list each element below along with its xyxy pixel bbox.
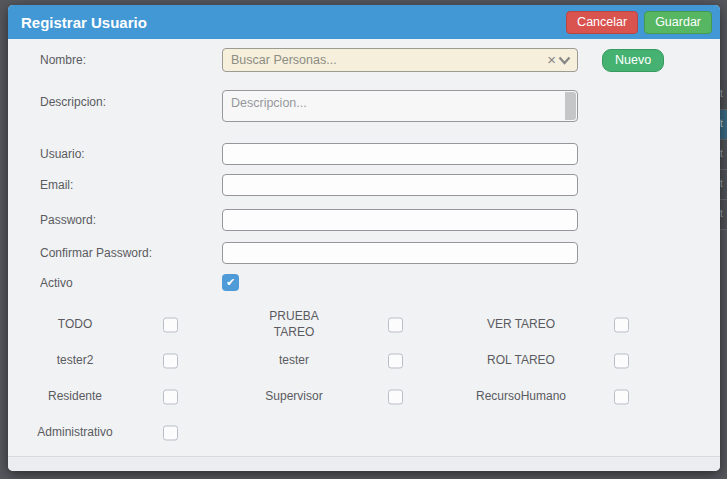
permission-row: TODOPRUEBA TAREOVER TAREO — [8, 307, 720, 343]
permissions-grid: TODOPRUEBA TAREOVER TAREOtester2testerRO… — [8, 307, 720, 451]
modal-header: Registrar Usuario Cancelar Guardar — [8, 5, 720, 39]
permission-row: Administrativo — [8, 415, 720, 451]
permission-label: VER TAREO — [421, 317, 621, 333]
permission-checkbox[interactable] — [388, 354, 403, 369]
email-input[interactable] — [222, 174, 578, 196]
usuario-label: Usuario: — [40, 147, 222, 161]
header-buttons: Cancelar Guardar — [566, 11, 712, 34]
background-table-row: t — [719, 110, 727, 140]
permission-checkbox[interactable] — [163, 390, 178, 405]
activo-row: Activo ✔ — [40, 274, 720, 291]
activo-checkbox[interactable]: ✔ — [222, 274, 239, 291]
guardar-button[interactable]: Guardar — [644, 11, 712, 34]
nuevo-button[interactable]: Nuevo — [602, 49, 664, 72]
nombre-label: Nombre: — [40, 53, 222, 67]
permission-label: ROL TAREO — [421, 353, 621, 369]
confirmar-password-row: Confirmar Password: — [40, 242, 720, 264]
permission-label: TODO — [8, 317, 142, 333]
usuario-input[interactable] — [222, 143, 578, 165]
permission-checkbox[interactable] — [614, 354, 629, 369]
modal-footer — [8, 456, 720, 471]
permission-checkbox[interactable] — [614, 318, 629, 333]
background-table-row: t — [719, 140, 727, 170]
chevron-down-icon[interactable] — [558, 51, 571, 69]
permission-label: PRUEBA TAREO — [194, 309, 394, 340]
modal-body: Nombre: Buscar Personas... × Nuevo Descr… — [8, 48, 720, 465]
textarea-scrollbar[interactable] — [565, 92, 576, 120]
modal-title: Registrar Usuario — [21, 14, 147, 31]
activo-label: Activo — [40, 276, 222, 290]
permission-checkbox[interactable] — [388, 390, 403, 405]
descripcion-label: Descripcion: — [40, 90, 222, 109]
permission-checkbox[interactable] — [163, 318, 178, 333]
check-icon: ✔ — [226, 277, 235, 288]
select-icons: × — [547, 51, 571, 69]
permission-checkbox[interactable] — [163, 354, 178, 369]
cancelar-button[interactable]: Cancelar — [566, 11, 638, 34]
permission-checkbox[interactable] — [163, 426, 178, 441]
permission-label: tester2 — [8, 353, 142, 369]
background-page-edge: ttttt — [719, 80, 727, 230]
email-row: Email: — [40, 174, 720, 196]
permission-label: RecursoHumano — [421, 389, 621, 405]
clear-icon[interactable]: × — [547, 53, 556, 67]
password-input[interactable] — [222, 209, 578, 231]
permission-row: tester2testerROL TAREO — [8, 343, 720, 379]
descripcion-row: Descripcion: — [40, 90, 720, 126]
permission-label: tester — [194, 353, 394, 369]
permission-checkbox[interactable] — [388, 318, 403, 333]
permission-label: Supervisor — [194, 389, 394, 405]
email-label: Email: — [40, 178, 222, 192]
select-placeholder: Buscar Personas... — [231, 53, 547, 67]
permission-checkbox[interactable] — [614, 390, 629, 405]
confirmar-password-input[interactable] — [222, 242, 578, 264]
background-table-row: t — [719, 170, 727, 200]
permission-row: ResidenteSupervisorRecursoHumano — [8, 379, 720, 415]
descripcion-textarea[interactable] — [222, 90, 578, 122]
nombre-row: Nombre: Buscar Personas... × Nuevo — [40, 48, 720, 72]
background-table-row: t — [719, 80, 727, 110]
permission-label: Residente — [8, 389, 142, 405]
buscar-personas-select[interactable]: Buscar Personas... × — [222, 48, 578, 72]
registrar-usuario-modal: Registrar Usuario Cancelar Guardar Nombr… — [8, 5, 720, 471]
descripcion-field-wrap — [222, 90, 578, 126]
password-row: Password: — [40, 209, 720, 231]
confirmar-password-label: Confirmar Password: — [40, 246, 222, 260]
usuario-row: Usuario: — [40, 143, 720, 165]
background-table-row: t — [719, 200, 727, 230]
permission-label: Administrativo — [8, 425, 142, 441]
password-label: Password: — [40, 213, 222, 227]
